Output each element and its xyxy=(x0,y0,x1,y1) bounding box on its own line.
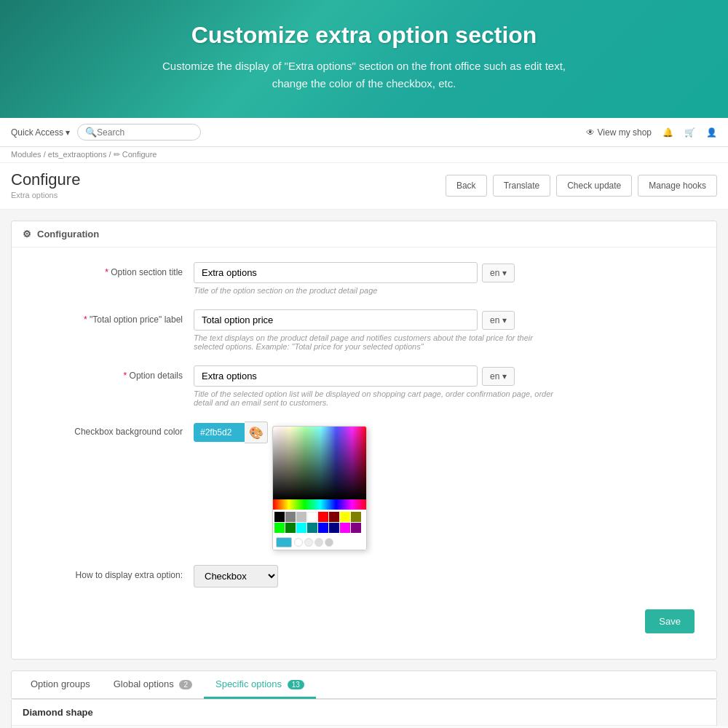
quick-access-button[interactable]: Quick Access ▾ xyxy=(11,127,70,138)
total-option-price-row: * "Total option price" label en ▾ The te… xyxy=(23,309,705,351)
tabs-nav: Option groups Global options 2 Specific … xyxy=(12,671,716,699)
swatch-teal[interactable] xyxy=(307,523,317,533)
swatch-maroon[interactable] xyxy=(329,512,339,522)
search-input[interactable] xyxy=(97,127,191,138)
config-panel-title: Configuration xyxy=(37,229,99,240)
swatch-lime[interactable] xyxy=(274,523,285,533)
page-header: Configure Extra options Back Translate C… xyxy=(0,163,728,210)
config-panel-body: * Option section title en ▾ Title of the… xyxy=(12,248,716,659)
topbar-right: 👁 View my shop 🔔 🛒 👤 xyxy=(586,127,717,138)
color-gradient[interactable] xyxy=(273,427,367,499)
tabs-bar: Option groups Global options 2 Specific … xyxy=(11,670,717,700)
option-details-row: * Option details en ▾ Title of the selec… xyxy=(23,365,705,407)
manage-hooks-button[interactable]: Manage hooks xyxy=(638,175,717,197)
page-title: Configure xyxy=(11,170,80,189)
display-extra-option-select[interactable]: Checkbox Radio button Dropdown xyxy=(194,565,278,587)
hero-section: Customize extra option section Customize… xyxy=(0,0,728,118)
swatch-cyan[interactable] xyxy=(296,523,306,533)
gear-icon: ⚙ xyxy=(23,229,31,240)
tab-global-options[interactable]: Global options 2 xyxy=(102,671,204,699)
breadcrumb-configure[interactable]: Configure xyxy=(122,150,157,159)
search-box: 🔍 xyxy=(77,124,201,141)
option-section-title-hint: Title of the option section on the produ… xyxy=(194,286,558,295)
total-option-price-lang[interactable]: en ▾ xyxy=(482,311,515,330)
topbar: Quick Access ▾ 🔍 👁 View my shop 🔔 🛒 👤 xyxy=(0,118,728,147)
dot-lighter[interactable] xyxy=(314,538,323,547)
dot-light[interactable] xyxy=(304,538,313,547)
checkbox-color-row: Checkbox background color #2fb5d2 🎨 xyxy=(23,422,705,550)
color-current-preview xyxy=(276,537,292,547)
eye-icon: 👁 xyxy=(586,127,595,138)
notifications-icon[interactable]: 🔔 xyxy=(662,127,673,138)
option-details-lang[interactable]: en ▾ xyxy=(482,367,515,386)
search-icon: 🔍 xyxy=(85,127,97,138)
total-option-price-input[interactable] xyxy=(194,309,478,331)
global-options-badge: 2 xyxy=(179,680,192,689)
display-extra-option-label: How to display extra option: xyxy=(23,565,183,580)
section-title: Diamond shape xyxy=(12,700,716,726)
color-picker-box xyxy=(272,426,367,550)
page-title-block: Configure Extra options xyxy=(11,170,80,200)
user-icon[interactable]: 👤 xyxy=(706,127,717,138)
total-option-price-field: en ▾ The text displays on the product de… xyxy=(194,309,705,351)
main-content: ⚙ Configuration * Option section title e… xyxy=(0,210,728,728)
swatch-magenta[interactable] xyxy=(340,523,350,533)
display-extra-option-field: Checkbox Radio button Dropdown xyxy=(194,565,705,587)
color-wheel-button[interactable]: 🎨 xyxy=(245,422,268,443)
swatch-navy[interactable] xyxy=(329,523,339,533)
color-preview-dots xyxy=(294,538,333,547)
option-section-title-field: en ▾ Title of the option section on the … xyxy=(194,262,705,295)
color-preview-row xyxy=(273,535,366,550)
option-section-title-label: * Option section title xyxy=(23,262,183,277)
translate-button[interactable]: Translate xyxy=(493,175,551,197)
total-option-price-hint: The text displays on the product detail … xyxy=(194,333,558,351)
specific-options-badge: 13 xyxy=(288,680,304,689)
hero-title: Customize extra option section xyxy=(15,22,713,49)
header-buttons: Back Translate Check update Manage hooks xyxy=(446,175,717,197)
breadcrumb-modules[interactable]: Modules xyxy=(11,150,41,159)
tab-option-groups[interactable]: Option groups xyxy=(19,671,102,699)
swatch-green[interactable] xyxy=(285,523,296,533)
view-my-shop-link[interactable]: 👁 View my shop xyxy=(586,127,652,138)
color-swatches-row xyxy=(273,510,366,535)
breadcrumb: Modules / ets_extraoptions / ✏ Configure xyxy=(0,147,728,163)
chevron-down-icon: ▾ xyxy=(66,127,70,138)
option-details-hint: Title of the selected option list will b… xyxy=(194,389,558,407)
quick-access-label: Quick Access xyxy=(11,127,63,138)
breadcrumb-ets-extraoptions[interactable]: ets_extraoptions xyxy=(48,150,107,159)
swatch-olive[interactable] xyxy=(351,512,361,522)
option-section-title-input[interactable] xyxy=(194,262,478,283)
color-picker-popup xyxy=(272,426,367,550)
display-extra-option-row: How to display extra option: Checkbox Ra… xyxy=(23,565,705,587)
swatch-white[interactable] xyxy=(307,512,317,522)
cart-icon[interactable]: 🛒 xyxy=(684,127,695,138)
config-panel: ⚙ Configuration * Option section title e… xyxy=(11,221,717,660)
swatch-purple[interactable] xyxy=(351,523,361,533)
page-subtitle: Extra options xyxy=(11,191,58,199)
swatch-red[interactable] xyxy=(318,512,328,522)
tab-specific-options[interactable]: Specific options 13 xyxy=(204,671,316,699)
swatch-silver[interactable] xyxy=(296,512,306,522)
swatch-black[interactable] xyxy=(274,512,285,522)
color-hue-bar[interactable] xyxy=(273,499,367,510)
option-details-label: * Option details xyxy=(23,365,183,381)
swatch-blue[interactable] xyxy=(318,523,328,533)
save-row: Save xyxy=(23,602,705,644)
checkbox-color-field: #2fb5d2 🎨 xyxy=(194,422,705,550)
save-button[interactable]: Save xyxy=(645,609,695,633)
total-option-price-label: * "Total option price" label xyxy=(23,309,183,325)
swatch-gray[interactable] xyxy=(285,512,296,522)
option-section-title-row: * Option section title en ▾ Title of the… xyxy=(23,262,705,295)
color-hex-display: #2fb5d2 xyxy=(194,423,245,442)
topbar-left: Quick Access ▾ 🔍 xyxy=(11,124,201,141)
config-panel-header: ⚙ Configuration xyxy=(12,221,716,248)
option-details-input[interactable] xyxy=(194,365,478,387)
check-update-button[interactable]: Check update xyxy=(556,175,632,197)
back-button[interactable]: Back xyxy=(446,175,487,197)
dot-lightest[interactable] xyxy=(325,538,333,547)
option-section-title-lang[interactable]: en ▾ xyxy=(482,264,515,282)
swatch-yellow[interactable] xyxy=(340,512,350,522)
table-section: Diamond shape ID ▲▼ Image Product name ▲… xyxy=(11,700,717,728)
option-details-field: en ▾ Title of the selected option list w… xyxy=(194,365,705,407)
dot-white[interactable] xyxy=(294,538,303,547)
